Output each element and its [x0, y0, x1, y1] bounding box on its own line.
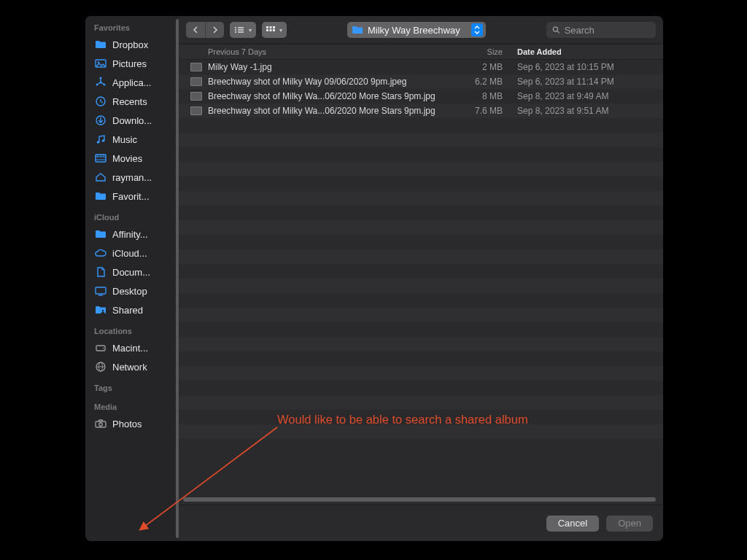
sidebar-section-title: iCloud [85, 206, 179, 225]
folder-icon [94, 228, 107, 240]
svg-point-38 [553, 27, 557, 31]
back-button[interactable] [186, 22, 205, 38]
sidebar-item[interactable]: Macint... [85, 338, 179, 357]
sidebar-section-title: Favorites [85, 16, 179, 35]
file-row[interactable]: Breechway shot of Milky Wa...06/2020 Mor… [179, 104, 663, 118]
file-row[interactable]: Breechway shot of Milky Wa...06/2020 Mor… [179, 89, 663, 104]
svg-point-3 [96, 84, 98, 86]
svg-point-30 [235, 31, 236, 33]
svg-point-18 [102, 310, 104, 311]
dialog-footer: Cancel Open [179, 505, 663, 541]
forward-button[interactable] [205, 22, 224, 38]
empty-row [179, 220, 663, 235]
file-date: Sep 6, 2023 at 11:14 PM [517, 77, 663, 87]
column-date-added[interactable]: Date Added [517, 47, 663, 56]
empty-row [179, 366, 663, 381]
empty-row [179, 424, 663, 439]
empty-row [179, 133, 663, 147]
column-size[interactable]: Size [459, 47, 517, 56]
sidebar-item[interactable]: Movies [85, 149, 179, 168]
sidebar-item[interactable]: Recents [85, 92, 179, 111]
sidebar-item-label: Movies [112, 153, 142, 164]
sidebar-item[interactable]: Downlo... [85, 111, 179, 130]
svg-point-5 [100, 82, 102, 84]
sidebar-item[interactable]: Favorit... [85, 187, 179, 206]
svg-point-8 [97, 141, 100, 144]
sidebar-item[interactable]: Photos [85, 414, 179, 433]
file-row[interactable]: Breechway shot of Milky Way 09/06/2020 9… [179, 74, 663, 89]
sidebar-section-title: Tags [85, 376, 179, 395]
svg-rect-27 [238, 27, 244, 28]
column-header-row: Previous 7 Days Size Date Added [179, 44, 663, 60]
empty-row [179, 264, 663, 279]
view-list-button[interactable]: ▾ [230, 22, 256, 38]
sidebar-item-label: Dropbox [112, 39, 148, 50]
svg-rect-31 [238, 31, 244, 32]
file-date: Sep 8, 2023 at 9:49 AM [517, 91, 663, 101]
open-button[interactable]: Open [606, 516, 653, 532]
group-header[interactable]: Previous 7 Days [208, 47, 459, 56]
svg-rect-36 [270, 29, 272, 31]
globe-icon [94, 361, 107, 373]
sidebar-item[interactable]: Music [85, 130, 179, 149]
sidebar-item-label: Photos [112, 419, 142, 429]
empty-row [179, 322, 663, 337]
desktop-icon [94, 285, 107, 297]
sidebar-item-label: Favorit... [112, 191, 150, 202]
doc-icon [94, 266, 107, 278]
search-field[interactable] [546, 22, 656, 38]
sidebar-item-label: Network [112, 362, 147, 373]
sidebar-item[interactable]: Applica... [85, 73, 179, 92]
clock-icon [94, 96, 107, 107]
empty-row [179, 410, 663, 424]
svg-point-4 [104, 84, 106, 86]
view-grid-button[interactable]: ▾ [262, 22, 287, 38]
apps-icon [94, 77, 107, 88]
file-size: 7.6 MB [459, 106, 517, 116]
search-icon [552, 26, 560, 34]
search-input[interactable] [563, 24, 650, 36]
toolbar: ▾ ▾ Milky Way Breechway [179, 16, 663, 44]
folder-icon [94, 190, 107, 202]
empty-row [179, 249, 663, 264]
file-row[interactable]: Milky Way -1.jpg 2 MB Sep 6, 2023 at 10:… [179, 60, 663, 74]
sidebar-item[interactable]: Network [85, 357, 179, 376]
svg-rect-37 [273, 29, 275, 31]
sidebar-item-label: Downlo... [112, 115, 152, 126]
folder-dropdown[interactable]: Milky Way Breechway [347, 22, 486, 38]
disk-icon [94, 342, 107, 354]
cancel-button[interactable]: Cancel [546, 516, 599, 532]
sidebar-item-label: Music [112, 134, 137, 145]
sidebar-item-label: Macint... [112, 343, 148, 354]
svg-point-28 [235, 29, 236, 31]
sidebar-item[interactable]: iCloud... [85, 244, 179, 262]
sidebar-item[interactable]: Pictures [85, 54, 179, 73]
svg-rect-34 [273, 26, 275, 28]
empty-row [179, 176, 663, 191]
sidebar-item[interactable]: rayman... [85, 168, 179, 187]
folder-name: Milky Way Breechway [368, 25, 467, 36]
music-icon [94, 133, 107, 145]
empty-row [179, 162, 663, 176]
sidebar-item[interactable]: Affinity... [85, 225, 179, 244]
sidebar-item[interactable]: Dropbox [85, 35, 179, 54]
file-size: 6.2 MB [459, 77, 517, 87]
sidebar-item-label: rayman... [112, 172, 152, 183]
empty-row [179, 308, 663, 322]
empty-row [179, 381, 663, 395]
sidebar-item[interactable]: Desktop [85, 281, 179, 300]
svg-rect-33 [270, 26, 272, 28]
file-size: 8 MB [459, 91, 517, 101]
sidebar-item[interactable]: Docum... [85, 262, 179, 281]
horizontal-scrollbar[interactable] [179, 494, 663, 505]
sidebar-item-label: Applica... [112, 77, 151, 88]
file-name: Breechway shot of Milky Way 09/06/2020 9… [208, 77, 459, 87]
cloud-icon [94, 247, 107, 259]
file-name: Breechway shot of Milky Wa...06/2020 Mor… [208, 91, 459, 101]
empty-row [179, 279, 663, 293]
sidebar-section-title: Locations [85, 319, 179, 338]
sidebar-item[interactable]: Shared [85, 300, 179, 319]
sidebar-item-label: Shared [112, 305, 143, 316]
svg-rect-35 [266, 29, 268, 31]
file-size: 2 MB [459, 62, 517, 72]
